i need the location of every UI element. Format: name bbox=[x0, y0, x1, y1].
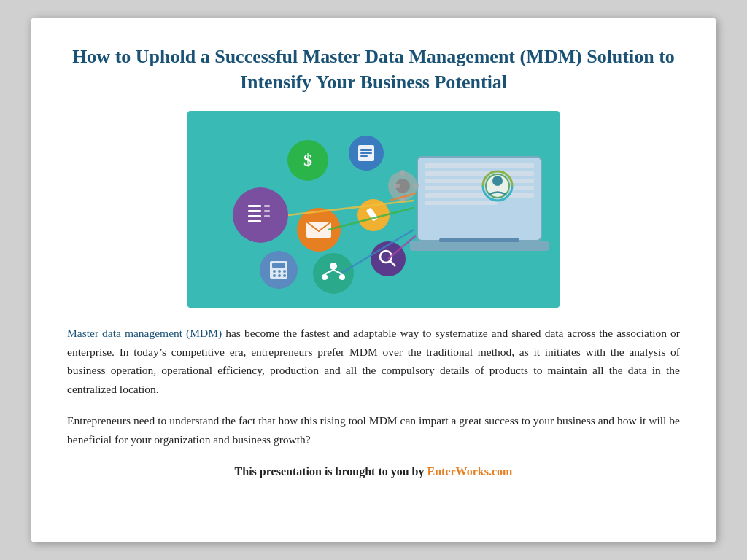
mdm-link[interactable]: Master data management (MDM) bbox=[67, 327, 222, 339]
svg-rect-50 bbox=[394, 184, 400, 188]
svg-point-38 bbox=[330, 262, 337, 270]
svg-rect-18 bbox=[264, 215, 270, 217]
svg-rect-2 bbox=[425, 171, 534, 176]
svg-rect-30 bbox=[272, 263, 285, 268]
slide-image: $ bbox=[187, 111, 560, 308]
svg-rect-5 bbox=[425, 193, 534, 198]
svg-point-40 bbox=[339, 274, 345, 280]
svg-rect-26 bbox=[360, 152, 372, 154]
svg-point-37 bbox=[313, 253, 354, 294]
footer-text: This presentation is brought to you by bbox=[235, 465, 427, 478]
body-paragraph-2: Entrepreneurs need to understand the fac… bbox=[67, 411, 680, 448]
svg-point-8 bbox=[492, 176, 503, 186]
slide-title: How to Uphold a Successful Master Data M… bbox=[67, 44, 680, 95]
svg-rect-48 bbox=[400, 170, 405, 176]
footer-brand[interactable]: EnterWorks.com bbox=[427, 465, 513, 478]
svg-rect-9 bbox=[410, 241, 549, 251]
svg-rect-3 bbox=[425, 179, 534, 183]
svg-point-31 bbox=[273, 270, 276, 273]
svg-point-32 bbox=[278, 270, 281, 273]
svg-rect-25 bbox=[360, 149, 372, 151]
svg-rect-51 bbox=[413, 184, 419, 188]
svg-rect-14 bbox=[248, 215, 261, 217]
svg-rect-0 bbox=[417, 157, 541, 241]
svg-point-34 bbox=[273, 274, 276, 277]
svg-rect-6 bbox=[425, 201, 498, 205]
body-paragraph-1: Master data management (MDM) has become … bbox=[67, 324, 680, 398]
svg-rect-27 bbox=[360, 155, 368, 157]
svg-rect-17 bbox=[264, 210, 270, 212]
svg-rect-4 bbox=[425, 186, 534, 190]
svg-text:$: $ bbox=[303, 150, 312, 169]
svg-rect-10 bbox=[439, 238, 519, 242]
svg-point-35 bbox=[278, 274, 281, 277]
slide-container: How to Uphold a Successful Master Data M… bbox=[31, 18, 716, 542]
svg-point-36 bbox=[283, 274, 286, 277]
svg-rect-15 bbox=[248, 220, 261, 222]
footer: This presentation is brought to you by E… bbox=[67, 465, 680, 478]
svg-rect-12 bbox=[248, 205, 261, 207]
svg-point-33 bbox=[283, 270, 286, 273]
svg-rect-1 bbox=[425, 163, 534, 168]
svg-point-39 bbox=[322, 274, 328, 280]
svg-rect-13 bbox=[248, 210, 261, 212]
svg-rect-16 bbox=[264, 205, 270, 207]
